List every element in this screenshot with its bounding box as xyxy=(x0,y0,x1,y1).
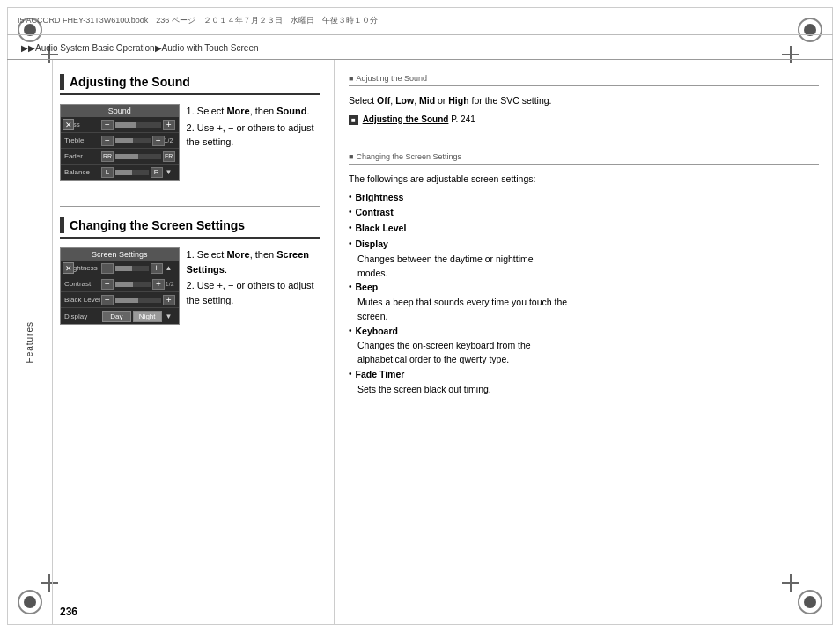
brightness-minus-button[interactable]: − xyxy=(101,263,114,274)
s2-step1-more: More xyxy=(226,249,249,260)
beep-desc: Mutes a beep that sounds every time you … xyxy=(357,296,819,324)
section2-instructions: 1. Select More, then Screen Settings. 2.… xyxy=(187,247,320,337)
step1-more: More xyxy=(226,106,249,116)
svc-cont: for the SVC setting. xyxy=(469,95,552,106)
treble-label: Treble xyxy=(64,136,101,144)
screen-settings-close-button[interactable]: ✕ xyxy=(63,262,74,274)
bass-minus-button[interactable]: − xyxy=(101,120,114,130)
sound-title-text: Sound xyxy=(108,107,131,115)
s2-step1-period: . xyxy=(225,264,227,275)
sound-treble-row: Treble − + 1/2 xyxy=(61,133,179,149)
bass-slider[interactable] xyxy=(115,122,161,128)
treble-plus-button[interactable]: + xyxy=(152,136,165,146)
bullet-black-level: • Black Level xyxy=(349,221,819,236)
sound-fader-row: Fader RR FR xyxy=(61,149,179,165)
right-column: ■ Adjusting the Sound Select Off, Low, M… xyxy=(335,60,833,625)
display-item-label: Display xyxy=(356,237,388,252)
bullet-keyboard: • Keyboard xyxy=(349,324,819,339)
display-label: Display xyxy=(64,312,101,320)
sound-bass-row: Bass − + xyxy=(61,117,179,133)
section2-step2: 2. Use +, − or others to adjust the sett… xyxy=(187,278,320,307)
display-day-button[interactable]: Day xyxy=(102,311,131,322)
black-level-plus-button[interactable]: + xyxy=(163,295,175,305)
balance-label: Balance xyxy=(64,168,101,176)
black-level-minus-button[interactable]: − xyxy=(101,295,114,305)
brightness-item-label: Brightness xyxy=(356,190,404,205)
black-level-label: Black Level xyxy=(64,296,101,304)
step1-then: , then xyxy=(250,106,277,116)
bullet-dot: • xyxy=(349,324,352,339)
sound-close-button[interactable]: ✕ xyxy=(63,119,74,130)
header: I5 ACCORD FHEY-31T3W6100.book 236 ページ ２０… xyxy=(7,7,833,60)
contrast-plus-button[interactable]: + xyxy=(152,279,165,290)
right-lower-heading: ■ Changing the Screen Settings xyxy=(349,152,819,165)
contrast-minus-button[interactable]: − xyxy=(101,279,114,290)
fade-timer-item-label: Fade Timer xyxy=(356,367,405,382)
bullet-dot: • xyxy=(349,190,352,205)
section1-step2: 2. Use +, − or others to adjust the sett… xyxy=(187,121,320,150)
fader-label: Fader xyxy=(64,152,101,160)
display-desc: Changes between the daytime or nighttime… xyxy=(357,253,819,281)
nav-text: ▶▶Audio System Basic Operation▶Audio wit… xyxy=(21,43,259,53)
breadcrumb: ▶▶Audio System Basic Operation▶Audio wit… xyxy=(7,35,833,60)
bullet-contrast: • Contrast xyxy=(349,205,819,220)
brightness-row: Brightness − + ▲ xyxy=(61,261,179,276)
balance-down-button[interactable]: ▼ xyxy=(163,167,175,178)
right-upper-crossref: ■ Adjusting the Sound P. 241 xyxy=(349,114,819,125)
brightness-up-button[interactable]: ▲ xyxy=(163,263,175,274)
crossref-link[interactable]: Adjusting the Sound xyxy=(363,114,449,124)
black-level-row: Black Level − + xyxy=(61,292,179,308)
bullet-dot: • xyxy=(349,221,352,236)
right-upper-body: Select Off, Low, Mid or High for the SVC… xyxy=(349,93,819,108)
crossref-text: ■ Adjusting the Sound P. 241 xyxy=(349,114,475,124)
treble-slider[interactable] xyxy=(115,138,151,143)
contrast-row: Contrast − + 1/2 xyxy=(61,276,179,292)
fade-timer-desc: Sets the screen black out timing. xyxy=(357,383,819,397)
crossref-page: P. 241 xyxy=(451,114,475,124)
step1-prefix: 1. Select xyxy=(187,106,227,116)
fader-rr-button[interactable]: RR xyxy=(101,151,114,162)
section1-instructions: 1. Select More, then Sound. 2. Use +, − … xyxy=(187,104,320,194)
sidebar-label: Features xyxy=(25,321,34,363)
section1-title: Adjusting the Sound xyxy=(70,75,190,89)
treble-minus-button[interactable]: − xyxy=(101,136,114,146)
brightness-slider[interactable] xyxy=(115,266,149,271)
contrast-item-label: Contrast xyxy=(356,205,394,220)
screen-settings-intro: The followings are adjustable screen set… xyxy=(349,172,819,187)
screen-settings-screenshot: Screen Settings ✕ Brightness − + ▲ xyxy=(60,247,180,325)
right-upper-arrow: ■ xyxy=(349,74,353,83)
section2-title: Changing the Screen Settings xyxy=(70,218,245,232)
brightness-plus-button[interactable]: + xyxy=(151,263,163,274)
right-upper-heading: ■ Adjusting the Sound xyxy=(349,74,819,86)
beep-item-label: Beep xyxy=(356,280,379,295)
s2-step2-prefix: 2. Use xyxy=(187,280,217,290)
left-column: Adjusting the Sound Sound ✕ Bass − xyxy=(53,60,335,625)
black-level-item-label: Black Level xyxy=(356,221,407,236)
black-level-slider[interactable] xyxy=(115,298,161,303)
balance-r-button[interactable]: R xyxy=(151,167,163,178)
sidebar: Features xyxy=(7,60,53,625)
svc-select-text: Select xyxy=(349,95,377,106)
file-info-text: I5 ACCORD FHEY-31T3W6100.book 236 ページ ２０… xyxy=(18,15,378,26)
fader-slider[interactable] xyxy=(115,154,161,159)
step1-sound: Sound xyxy=(276,106,306,116)
balance-l-button[interactable]: L xyxy=(101,167,114,178)
bass-plus-button[interactable]: + xyxy=(163,120,175,130)
display-down-button[interactable]: ▼ xyxy=(163,311,175,321)
main-content: Adjusting the Sound Sound ✕ Bass − xyxy=(53,60,833,625)
section-divider xyxy=(60,206,320,207)
svc-off: Off xyxy=(377,95,390,106)
bullet-dot: • xyxy=(349,205,352,220)
bullet-fade-timer: • Fade Timer xyxy=(349,367,819,382)
display-night-button[interactable]: Night xyxy=(133,311,162,322)
right-lower-body: The followings are adjustable screen set… xyxy=(349,172,819,397)
fader-fr-button[interactable]: FR xyxy=(163,151,175,162)
right-upper-heading-text: Adjusting the Sound xyxy=(356,74,427,83)
section1-step1: 1. Select More, then Sound. xyxy=(187,104,320,119)
bullet-dot: • xyxy=(349,237,352,252)
section1-bar xyxy=(60,74,64,90)
balance-slider[interactable] xyxy=(115,170,149,175)
right-lower-section: ■ Changing the Screen Settings The follo… xyxy=(349,143,819,397)
sound-screenshot: Sound ✕ Bass − + Treble xyxy=(60,104,180,181)
contrast-slider[interactable] xyxy=(115,282,151,287)
